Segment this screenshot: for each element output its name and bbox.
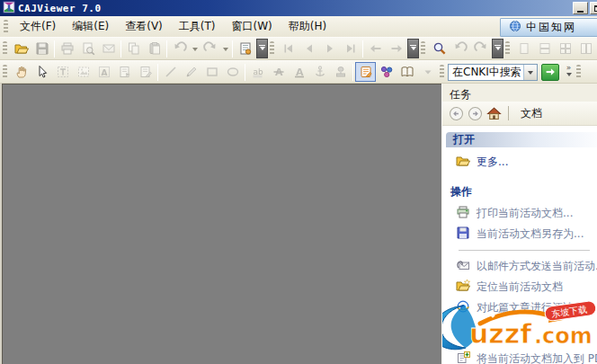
- add-doc-icon: [456, 351, 470, 364]
- panel-item-label: 打印当前活动文档...: [477, 206, 573, 221]
- last-page-button[interactable]: [340, 39, 361, 58]
- save-button[interactable]: [31, 39, 52, 58]
- copy-button[interactable]: [123, 39, 144, 58]
- continuous-facing-button[interactable]: [575, 39, 596, 58]
- panel-nav-separator: [508, 106, 509, 120]
- print-preview-button[interactable]: [77, 39, 98, 58]
- menubar-grip[interactable]: [4, 20, 8, 34]
- pencil-tool-button[interactable]: [181, 62, 201, 82]
- toolbar-overflow-button[interactable]: [407, 39, 419, 58]
- nav-prev-icon: [302, 41, 316, 56]
- toolbar-grip[interactable]: [3, 65, 7, 79]
- rectangle-tool-button[interactable]: [201, 62, 222, 82]
- print-active-doc-link[interactable]: 打印当前活动文档...: [446, 203, 597, 224]
- print-button[interactable]: [57, 39, 77, 58]
- menu-item-3[interactable]: 查看(V): [117, 16, 171, 37]
- mail-icon: [102, 41, 116, 56]
- open-more-link[interactable]: 更多...: [446, 152, 597, 173]
- strikeout-text-button[interactable]: A: [268, 62, 289, 82]
- select-image-button[interactable]: [73, 62, 94, 82]
- panel-back-button[interactable]: [448, 105, 464, 121]
- undo-icon: [173, 41, 187, 56]
- page-four-icon: [558, 41, 573, 56]
- facing-pages-button[interactable]: [555, 39, 575, 58]
- properties-button[interactable]: [235, 39, 255, 58]
- stamp-icon: [334, 65, 348, 79]
- toolbar-grip[interactable]: [3, 41, 7, 56]
- first-page-button[interactable]: [278, 39, 298, 58]
- magnifier-icon: [432, 41, 447, 56]
- line-tool-button[interactable]: [160, 62, 181, 82]
- toolbar-overflow-button[interactable]: [492, 39, 503, 58]
- knowledge-node-button[interactable]: [376, 62, 397, 82]
- mail-attach-icon: [456, 258, 470, 275]
- highlight-text-button[interactable]: ab: [247, 62, 268, 82]
- redo-button[interactable]: [200, 39, 220, 58]
- save-as-active-doc-link[interactable]: 当前活动文档另存为...: [446, 224, 597, 244]
- annotation-panel-toggle[interactable]: [355, 62, 376, 82]
- maximize-button[interactable]: [590, 2, 597, 14]
- rotate-left-button[interactable]: [450, 39, 470, 58]
- view-forward-button[interactable]: [386, 39, 406, 58]
- next-page-button[interactable]: [319, 39, 340, 58]
- search-toolbar-chevron[interactable]: »: [563, 62, 575, 82]
- page-two-h-icon: [538, 41, 552, 56]
- menu-item-4[interactable]: 工具(T): [171, 16, 224, 37]
- svg-text:A: A: [296, 67, 304, 78]
- view-back-button[interactable]: [365, 39, 386, 58]
- rect-tool-icon: [205, 65, 219, 79]
- copy-icon: [127, 41, 141, 56]
- document-area[interactable]: [2, 84, 441, 364]
- back-arrow-icon: [369, 41, 383, 56]
- search-dropdown-arrow[interactable]: [523, 65, 537, 80]
- continuous-page-button[interactable]: [534, 39, 555, 58]
- note-jump-button[interactable]: [114, 62, 135, 82]
- tools-dropdown[interactable]: [417, 62, 438, 82]
- menu-item-1[interactable]: 文件(F): [12, 16, 64, 37]
- cnki-search-input[interactable]: 在CNKI中搜索: [448, 64, 538, 81]
- panel-tab-document[interactable]: 文档: [515, 106, 542, 121]
- anchor-note-button[interactable]: [309, 62, 330, 82]
- locate-active-doc-link[interactable]: 定位当前活动文档: [446, 277, 597, 297]
- single-page-button[interactable]: [513, 39, 534, 58]
- hand-icon: [14, 65, 29, 79]
- cnki-button[interactable]: 中国知网: [500, 18, 597, 37]
- ocr-button[interactable]: A: [94, 62, 114, 82]
- minimize-button[interactable]: [573, 2, 588, 14]
- toolbar-grip[interactable]: [421, 41, 425, 56]
- toolbar-overflow-button[interactable]: [256, 39, 268, 58]
- forward-arrow-icon: [389, 41, 404, 56]
- toolbar-grip[interactable]: [440, 65, 444, 79]
- menu-item-5[interactable]: 窗口(W): [224, 16, 281, 37]
- toolbar-grip[interactable]: [505, 41, 510, 56]
- save-c-icon: [456, 226, 470, 243]
- panel-forward-button[interactable]: [467, 105, 483, 121]
- toolbar-grip[interactable]: [576, 65, 581, 79]
- menu-item-2[interactable]: 编辑(E): [64, 16, 117, 37]
- stamp-tool-button[interactable]: [330, 62, 351, 82]
- search-go-button[interactable]: [541, 64, 559, 81]
- knowledge-icon: [379, 65, 394, 79]
- rotate-right-button[interactable]: [470, 39, 491, 58]
- zoom-select-button[interactable]: [429, 39, 450, 58]
- prev-page-button[interactable]: [298, 39, 319, 58]
- underline-text-button[interactable]: A: [289, 62, 309, 82]
- line-tool-icon: [164, 65, 178, 79]
- redo-button-dropdown[interactable]: [220, 39, 230, 58]
- email-button[interactable]: [98, 39, 119, 58]
- note-edit-button[interactable]: [135, 62, 156, 82]
- ellipse-tool-button[interactable]: [222, 62, 243, 82]
- undo-button[interactable]: [169, 39, 190, 58]
- select-text-button[interactable]: [52, 62, 73, 82]
- select-tool-button[interactable]: [31, 62, 52, 82]
- book-reader-button[interactable]: [397, 62, 417, 82]
- section-header: 操作: [446, 182, 597, 203]
- undo-button-dropdown[interactable]: [190, 39, 200, 58]
- menu-item-6[interactable]: 帮助(H): [281, 16, 334, 37]
- paste-button[interactable]: [144, 39, 165, 58]
- hand-tool-button[interactable]: [11, 62, 31, 82]
- panel-home-button[interactable]: [486, 105, 502, 121]
- toolbar-grip[interactable]: [270, 41, 274, 56]
- email-active-doc-link[interactable]: 以邮件方式发送当前活动...: [446, 256, 597, 277]
- open-button[interactable]: [11, 39, 31, 58]
